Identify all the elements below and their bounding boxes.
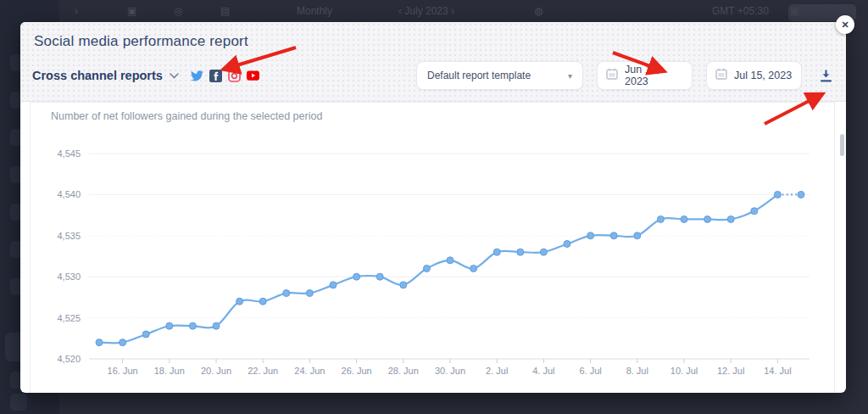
svg-text:12. Jul: 12. Jul — [717, 366, 744, 376]
chevron-down-icon[interactable] — [170, 73, 179, 79]
svg-text:2. Jul: 2. Jul — [486, 366, 508, 376]
svg-text:20. Jun: 20. Jun — [201, 366, 231, 376]
followers-chart[interactable]: 4,5204,5254,5304,5354,5404,54516. Jun18.… — [31, 103, 834, 392]
svg-text:4,540: 4,540 — [57, 189, 81, 199]
svg-text:10. Jul: 10. Jul — [670, 366, 698, 376]
caret-down-icon: ▾ — [568, 71, 572, 81]
template-select-value: Default report template — [427, 70, 531, 81]
month-picker-label: ‹ July 2023 › — [398, 5, 454, 17]
svg-text:22. Jun: 22. Jun — [248, 366, 278, 376]
facebook-icon[interactable] — [209, 70, 222, 82]
timezone-label: GMT +05:30 — [712, 5, 769, 17]
search-icon: ◎ — [174, 5, 182, 17]
report-type-group: Cross channel reports — [32, 69, 259, 82]
report-modal: Social media performance report Cross ch… — [20, 22, 846, 393]
wave-icon: ◍ — [534, 5, 542, 17]
svg-text:16. Jun: 16. Jun — [108, 366, 138, 376]
svg-text:30. Jun: 30. Jun — [435, 366, 465, 376]
svg-text:4,525: 4,525 — [57, 313, 81, 323]
svg-text:28. Jun: 28. Jun — [388, 366, 419, 376]
toolbar-controls: Default report template ▾ Jun 15, 2023 J… — [416, 61, 836, 90]
svg-text:14. Jul: 14. Jul — [764, 366, 791, 376]
modal-scrollbar[interactable] — [840, 134, 844, 156]
filter-icon: ▤ — [220, 5, 230, 17]
date-to-value: Jul 15, 2023 — [734, 70, 792, 81]
chevron-right-icon: › — [75, 5, 78, 17]
date-to-field[interactable]: Jul 15, 2023 — [706, 61, 802, 90]
page-title: Social media performance report — [34, 33, 248, 50]
svg-text:6. Jul: 6. Jul — [579, 366, 601, 376]
svg-text:18. Jun: 18. Jun — [154, 366, 185, 376]
svg-text:4,535: 4,535 — [57, 231, 81, 241]
svg-text:8. Jul: 8. Jul — [626, 366, 648, 376]
background-topbar: › ▣ ◎ ▤ Monthly ‹ July 2023 › ◍ GMT +05:… — [59, 0, 868, 22]
svg-text:26. Jun: 26. Jun — [342, 366, 372, 376]
twitter-icon[interactable] — [191, 70, 203, 82]
report-type-dropdown[interactable]: Cross channel reports — [32, 69, 163, 82]
modal-header: Social media performance report Cross ch… — [20, 22, 846, 102]
svg-text:4,545: 4,545 — [57, 148, 81, 159]
date-from-field[interactable]: Jun 15, 2023 — [597, 61, 693, 90]
close-icon[interactable]: ✕ — [836, 15, 854, 34]
date-from-value: Jun 15, 2023 — [625, 64, 683, 87]
instagram-icon[interactable] — [228, 70, 241, 82]
calendar-icon — [715, 68, 727, 83]
channel-icons — [191, 70, 259, 82]
followers-chart-card: Number of net followers gained during th… — [30, 102, 835, 393]
svg-text:4,520: 4,520 — [57, 354, 81, 364]
youtube-icon[interactable] — [247, 70, 259, 82]
period-label: Monthly — [297, 5, 332, 17]
svg-text:4. Jul: 4. Jul — [532, 366, 554, 376]
download-button[interactable] — [815, 65, 836, 86]
report-toolbar: Cross channel reports — [32, 61, 836, 90]
svg-text:4,530: 4,530 — [57, 271, 81, 282]
user-icon — [10, 394, 27, 411]
calendar-icon — [606, 68, 618, 83]
template-select[interactable]: Default report template ▾ — [416, 61, 583, 90]
svg-text:24. Jun: 24. Jun — [294, 366, 325, 376]
clipboard-icon: ▣ — [127, 5, 136, 17]
